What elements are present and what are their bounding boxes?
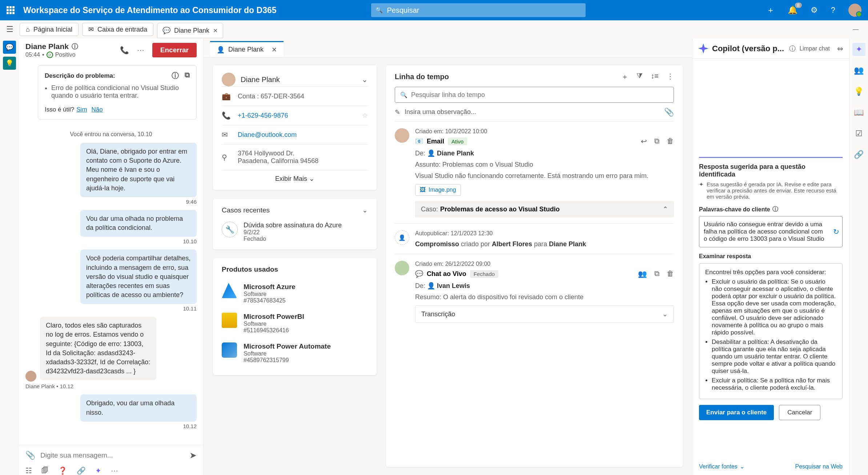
useful-prompt: Isso é útil?SimNão	[45, 106, 190, 113]
attach-icon[interactable]: 📎	[25, 451, 35, 460]
message-time: 10.11	[25, 305, 197, 312]
chevron-down-icon: ⌄	[362, 206, 368, 214]
link-icon[interactable]: 🔗	[77, 466, 86, 475]
rail-copilot[interactable]: ✦	[852, 43, 865, 56]
attach-icon[interactable]: 📎	[664, 107, 674, 117]
settings-icon[interactable]: ⚙	[811, 5, 818, 15]
rail-conversation[interactable]: 💬	[3, 41, 16, 54]
avatar	[222, 73, 236, 86]
open-icon[interactable]: ⧉	[654, 269, 659, 278]
timeline-note-input[interactable]: ✎Insira uma observação...📎	[395, 107, 674, 122]
delete-icon[interactable]: 🗑	[667, 269, 674, 278]
contact-phone[interactable]: 📞+1-629-456-9876☆	[222, 106, 368, 125]
more-icon[interactable]: ⋯	[137, 46, 144, 54]
response-option: Excluir o usuário da política: Se o usuá…	[712, 278, 836, 336]
rail-teams[interactable]: 👥	[852, 64, 865, 77]
useful-no[interactable]: Não	[92, 106, 103, 113]
star-icon[interactable]: ☆	[362, 111, 368, 119]
product-item[interactable]: Microsoft PowerBISoftware#5116945326416	[222, 308, 368, 338]
response-box[interactable]: Encontrei três opções para você consider…	[699, 263, 843, 399]
session-tab-diane[interactable]: 💬Diane Plank✕	[157, 23, 223, 38]
record-tab-diane[interactable]: 👤Diane Plank✕	[210, 41, 284, 57]
rail-insights[interactable]: 💡	[3, 57, 16, 70]
quick-reply-icon[interactable]: ☷	[25, 466, 32, 475]
regenerate-icon[interactable]: ↻	[833, 227, 839, 236]
rail-idea[interactable]: 💡	[852, 85, 865, 98]
open-icon[interactable]: ⧉	[654, 137, 659, 146]
clear-chat-button[interactable]: Limpar chat	[799, 45, 830, 52]
nav-home[interactable]: ⌂Página Inicial	[20, 23, 79, 36]
contact-email[interactable]: ✉Diane@outlook.com	[222, 125, 368, 144]
transcript-bar[interactable]: Transcrição⌄	[415, 305, 674, 323]
info-icon[interactable]: ⓘ	[172, 71, 179, 81]
inbox-icon: ✉	[88, 25, 94, 33]
timeline-item-appointment: 👤 Autopublicar: 12/1/2023 12:30 Compromi…	[395, 224, 674, 254]
product-item[interactable]: Microsoft Power AutomateSoftware#4589762…	[222, 338, 368, 368]
case-icon: 🔧	[222, 222, 238, 238]
recent-case-item[interactable]: 🔧 Dúvida sobre assinatura do Azure 9/2/2…	[222, 216, 368, 242]
copilot-sparkle-icon	[698, 44, 708, 54]
reply-icon[interactable]: ↩	[641, 137, 647, 146]
keywords-box[interactable]: Usuário não consegue entrar devido a uma…	[699, 216, 843, 247]
timeline-search[interactable]: 🔍	[395, 87, 674, 103]
search-web-link[interactable]: Pesquisar na Web	[795, 463, 843, 470]
close-icon[interactable]: ✕	[213, 27, 218, 34]
ai-disclaimer: ✦Essa sugestão é gerada por IA. Revise e…	[699, 181, 843, 200]
case-link-bar[interactable]: Caso:Problemas de acesso ao Visual Studi…	[415, 201, 674, 218]
send-icon[interactable]: ➤	[189, 450, 197, 460]
assign-icon[interactable]: 👥	[638, 269, 647, 278]
add-icon[interactable]: ＋	[767, 5, 775, 16]
useful-yes[interactable]: Sim	[76, 106, 87, 113]
info-icon[interactable]: ⓘ	[72, 42, 78, 51]
send-to-customer-button[interactable]: Enviar para o cliente	[699, 405, 774, 420]
home-icon: ⌂	[26, 26, 30, 33]
chat-subtitle: 05:44 • ☺Positivo	[25, 52, 78, 58]
rail-knowledge[interactable]: 📖	[852, 106, 865, 119]
add-icon[interactable]: ＋	[621, 72, 628, 82]
minimize-icon[interactable]: —	[853, 26, 859, 33]
verify-sources-link[interactable]: Verificar fontes ⌄	[699, 463, 744, 470]
timeline-search-input[interactable]	[411, 91, 668, 99]
show-more-button[interactable]: Exibir Mais ⌄	[222, 170, 368, 183]
chat-icon: 💬	[162, 27, 170, 34]
attachment[interactable]: 🖼Image.png	[415, 184, 461, 196]
copy-icon[interactable]: ⧉	[185, 71, 190, 81]
global-search-input[interactable]	[371, 3, 586, 17]
rail-link[interactable]: 🔗	[852, 148, 865, 161]
expand-icon[interactable]: ⇔	[837, 44, 843, 53]
rail-tasks[interactable]: ☑	[852, 127, 865, 140]
delete-icon[interactable]: 🗑	[667, 137, 674, 146]
chevron-down-icon[interactable]: ⌄	[362, 75, 368, 84]
more-tools-icon[interactable]: ⋯	[111, 466, 118, 475]
notes-icon[interactable]: 🗐	[41, 466, 49, 475]
search-icon: 🔍	[375, 7, 383, 13]
product-item[interactable]: Microsoft AzureSoftware#785347683425	[222, 279, 368, 308]
app-launcher-icon[interactable]	[7, 6, 15, 14]
recent-cases-header[interactable]: Casos recentes⌄	[222, 206, 368, 216]
info-icon[interactable]: ⓘ	[772, 206, 778, 213]
filter-icon[interactable]: ⧩	[636, 72, 643, 82]
chat-customer-name: Diane Plankⓘ	[25, 42, 78, 51]
help-icon[interactable]: ?	[831, 5, 835, 15]
hamburger-icon[interactable]: ☰	[4, 25, 16, 34]
sort-icon[interactable]: ↕≡	[651, 72, 659, 82]
end-chat-button[interactable]: Encerrar	[152, 43, 197, 57]
copilot-compose-icon[interactable]: ✦	[95, 466, 101, 475]
nav-inbox[interactable]: ✉Caixa de entrada	[82, 23, 153, 36]
more-icon[interactable]: ⋮	[667, 72, 674, 82]
message-input[interactable]	[40, 451, 184, 459]
mail-icon: 📧	[415, 137, 423, 145]
kb-icon[interactable]: ❓	[58, 466, 67, 475]
call-icon[interactable]: 📞	[120, 46, 129, 54]
chat-icon: 💬	[415, 270, 423, 278]
close-icon[interactable]: ✕	[272, 46, 277, 54]
notifications-icon[interactable]: 🔔8	[788, 5, 797, 15]
timeline-item-chat: Criado em: 26/12/2022 09:00 💬Chat ao Viv…	[395, 254, 674, 329]
user-avatar[interactable]	[848, 4, 861, 17]
info-icon[interactable]: ⓘ	[789, 44, 796, 53]
cancel-button[interactable]: Cancelar	[779, 405, 820, 420]
chat-message-out: Olá, Diane, obrigado por entrar em conta…	[80, 143, 197, 197]
chevron-down-icon: ⌄	[740, 463, 744, 470]
edit-icon: ✎	[395, 108, 400, 116]
contact-header[interactable]: Diane Plank⌄	[222, 73, 368, 86]
